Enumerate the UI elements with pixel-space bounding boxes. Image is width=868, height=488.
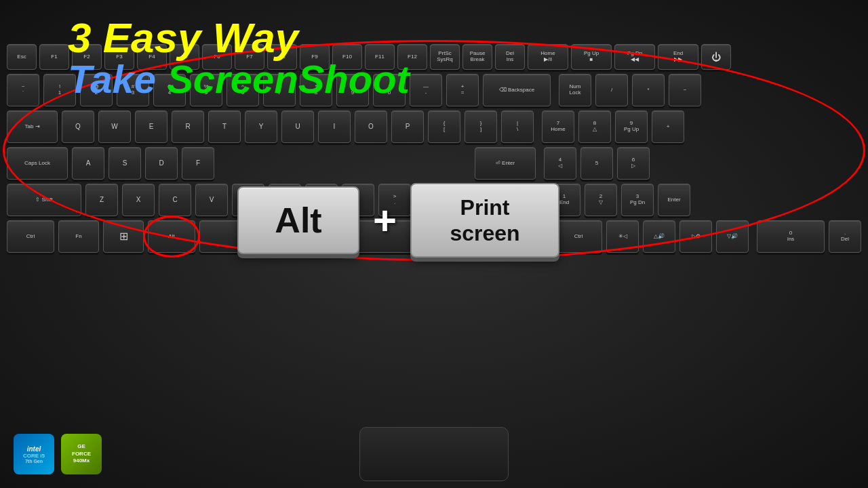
key-num-mul[interactable]: *	[632, 74, 665, 106]
key-play[interactable]: ▷⚙	[679, 220, 712, 253]
key-v[interactable]: V	[195, 184, 228, 216]
key-prtsc[interactable]: PrtScSysRq	[430, 44, 460, 70]
big-alt-key: Alt	[237, 186, 359, 254]
big-print-label: Printscreen	[450, 195, 519, 247]
intel-gen-label: 7th Gen	[25, 459, 43, 464]
asdf-row: Caps Lock A S D F ⏎ Enter 4◁ 5 6▷	[7, 147, 861, 180]
key-tab[interactable]: Tab ⇥	[7, 110, 58, 143]
key-num2[interactable]: 2▽	[585, 184, 617, 216]
key-pgup[interactable]: Pg Up■	[571, 44, 612, 70]
key-q[interactable]: Q	[62, 110, 94, 143]
key-p[interactable]: P	[391, 110, 424, 143]
key-a[interactable]: A	[72, 147, 104, 180]
key-s[interactable]: S	[108, 147, 141, 180]
key-num7[interactable]: 7Home	[542, 110, 574, 143]
key-brightness-up[interactable]: ✳◁	[606, 220, 639, 253]
touchpad[interactable]	[359, 427, 509, 481]
key-tilde[interactable]: ~`	[7, 74, 39, 106]
key-x[interactable]: X	[122, 184, 155, 216]
overlay-keys: Alt + Printscreen	[237, 183, 559, 258]
key-backslash[interactable]: |\	[501, 110, 534, 143]
title-line2: Take ScreenShoot	[68, 56, 410, 102]
nvidia-label: GEFORCE940Mx	[72, 443, 91, 464]
key-rbracket[interactable]: }]	[465, 110, 497, 143]
key-pause[interactable]: PauseBreak	[462, 44, 492, 70]
key-num0[interactable]: 0Ins	[757, 220, 825, 253]
key-f1[interactable]: F1	[39, 44, 69, 70]
intel-badge: intel CORE i5 7th Gen	[14, 434, 54, 474]
key-esc[interactable]: Esc	[7, 44, 37, 70]
title-overlay: 3 Easy Way Take ScreenShoot	[68, 14, 410, 102]
key-num-del[interactable]: .Del	[829, 220, 861, 253]
intel-core-label: CORE i5	[23, 453, 45, 459]
key-vol-down[interactable]: ▽🔊	[716, 220, 749, 253]
key-power[interactable]: ⏻	[701, 44, 731, 70]
word-3: 3 Easy Way	[68, 14, 298, 61]
key-fn[interactable]: Fn	[58, 220, 99, 253]
qwerty-row: Tab ⇥ Q W E R T Y U I O P {[ }] |\ 7Home…	[7, 110, 861, 143]
key-u[interactable]: U	[281, 110, 314, 143]
key-i[interactable]: I	[318, 110, 351, 143]
key-c[interactable]: C	[159, 184, 191, 216]
key-numlock[interactable]: NumLock	[559, 74, 591, 106]
key-num5[interactable]: 5	[580, 147, 613, 180]
word-screenshot: ScreenShoot	[167, 57, 410, 101]
title-line1: 3 Easy Way	[68, 14, 410, 62]
key-num-enter[interactable]: Enter	[658, 184, 690, 216]
key-backspace[interactable]: ⌫ Backspace	[483, 74, 551, 106]
key-y[interactable]: Y	[245, 110, 277, 143]
key-e[interactable]: E	[135, 110, 167, 143]
key-equals[interactable]: +=	[446, 74, 479, 106]
key-pgdn[interactable]: Pg Dn◀◀	[614, 44, 655, 70]
key-del[interactable]: DelIns	[495, 44, 525, 70]
key-ctrl-right[interactable]: Ctrl	[555, 220, 602, 253]
nvidia-badge: GEFORCE940Mx	[61, 434, 102, 474]
plus-symbol: +	[373, 197, 397, 244]
key-o[interactable]: O	[355, 110, 387, 143]
key-enter[interactable]: ⏎ Enter	[475, 147, 536, 180]
key-shift-left[interactable]: ⇧ Shift	[7, 184, 81, 216]
word-take: Take	[68, 57, 167, 101]
key-capslock[interactable]: Caps Lock	[7, 147, 68, 180]
key-z[interactable]: Z	[85, 184, 118, 216]
key-alt-left[interactable]: Alt	[148, 220, 195, 253]
key-r[interactable]: R	[172, 110, 204, 143]
key-num-plus[interactable]: +	[652, 110, 684, 143]
key-home[interactable]: Home▶/II	[528, 44, 568, 70]
key-t[interactable]: T	[208, 110, 241, 143]
brand-logos: intel CORE i5 7th Gen GEFORCE940Mx	[14, 434, 102, 474]
key-vol-up[interactable]: △🔊	[643, 220, 675, 253]
key-num-div[interactable]: /	[595, 74, 628, 106]
key-w[interactable]: W	[98, 110, 131, 143]
key-num9[interactable]: 9Pg Up	[615, 110, 648, 143]
key-win[interactable]: ⊞	[103, 220, 144, 253]
key-f[interactable]: F	[182, 147, 214, 180]
key-ctrl-left[interactable]: Ctrl	[7, 220, 54, 253]
background: 3 Easy Way Take ScreenShoot Esc F1 F2 F3…	[0, 0, 868, 488]
key-num3[interactable]: 3Pg Dn	[621, 184, 654, 216]
big-alt-label: Alt	[275, 200, 321, 241]
key-num8[interactable]: 8△	[578, 110, 611, 143]
key-d[interactable]: D	[145, 147, 178, 180]
key-num6[interactable]: 6▷	[617, 147, 650, 180]
key-num4[interactable]: 4◁	[544, 147, 576, 180]
key-minus[interactable]: —-	[410, 74, 442, 106]
key-lbracket[interactable]: {[	[428, 110, 460, 143]
intel-label: intel	[27, 445, 41, 453]
key-end[interactable]: End▶▶	[658, 44, 698, 70]
big-print-key: Printscreen	[410, 183, 559, 258]
key-num-minus[interactable]: −	[669, 74, 701, 106]
